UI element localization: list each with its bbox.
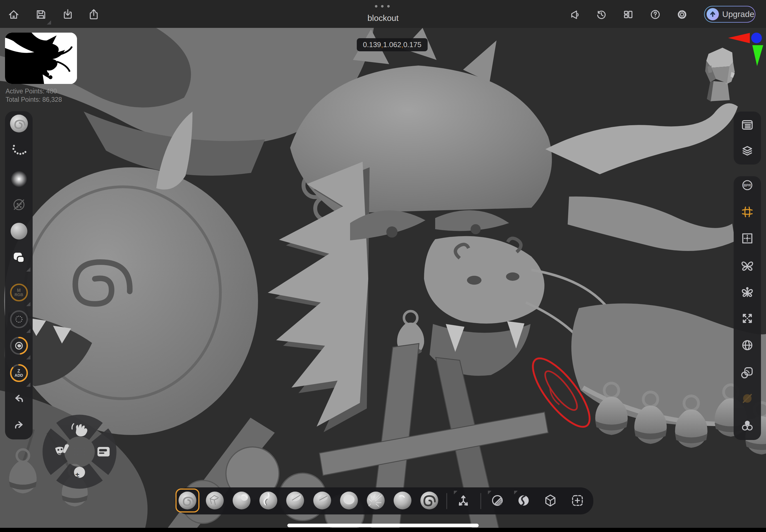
announcements-button[interactable] xyxy=(569,8,582,21)
axis-indicator xyxy=(728,33,763,66)
zoom-label: ± xyxy=(75,471,79,479)
copy-squares-icon xyxy=(11,250,27,266)
divider xyxy=(446,493,447,509)
history-button[interactable] xyxy=(595,8,608,21)
polyframe-button[interactable] xyxy=(734,205,761,219)
bpr-render-button[interactable]: BPR xyxy=(734,178,761,192)
alpha-button[interactable] xyxy=(5,171,33,187)
dotted-circle-icon xyxy=(15,315,23,323)
point-stats: Active Points: 480 Total Points: 86,328 xyxy=(6,87,62,104)
coord-x: 0.139 xyxy=(363,40,381,49)
redo-button[interactable] xyxy=(5,418,33,432)
brush-rough-clay[interactable] xyxy=(206,492,224,509)
brush-move-swirl[interactable] xyxy=(259,492,277,509)
gizmo-cube-icon xyxy=(543,493,558,508)
undo-icon xyxy=(12,391,26,406)
bpr-icon: BPR xyxy=(740,178,755,192)
orientation-gizmo[interactable] xyxy=(697,29,766,110)
right-panel-top xyxy=(734,112,761,165)
share-button[interactable] xyxy=(87,8,100,21)
home-indicator[interactable] xyxy=(287,524,479,527)
layout-button[interactable] xyxy=(622,8,635,21)
draw-size-dial[interactable] xyxy=(5,310,33,328)
redo-icon xyxy=(12,418,26,432)
texture-button[interactable] xyxy=(5,197,33,212)
coord-y: 1.062 xyxy=(383,40,401,49)
mask-circle-icon xyxy=(490,493,505,508)
alpha-dot-icon xyxy=(11,171,27,187)
draw-intensity-dial[interactable] xyxy=(5,337,33,355)
axis-x-red[interactable] xyxy=(728,33,750,43)
clay-swirl-icon xyxy=(10,115,28,132)
axis-y-green[interactable] xyxy=(752,45,763,66)
save-more-indicator xyxy=(47,20,51,25)
divider xyxy=(480,493,481,509)
butterfly-icon xyxy=(740,258,755,272)
transpose-arrows-icon xyxy=(456,493,471,508)
frame-view-button[interactable] xyxy=(734,311,761,326)
brush-crease-cone[interactable] xyxy=(313,492,331,509)
scene-panel-button[interactable] xyxy=(734,118,761,132)
coord-z: 0.175 xyxy=(404,40,422,49)
top-toolbar: blockout xyxy=(0,0,766,28)
undo-button[interactable] xyxy=(5,391,33,406)
layers-button[interactable] xyxy=(734,144,761,159)
history-icon xyxy=(595,8,608,21)
total-points: Total Points: 86,328 xyxy=(6,95,62,104)
wheel-center-dots[interactable] xyxy=(74,448,85,456)
transpose-tool[interactable] xyxy=(456,493,471,508)
brush-trim-cone[interactable] xyxy=(286,492,304,509)
polygroups-icon xyxy=(740,418,755,433)
brush-flatten[interactable] xyxy=(340,492,358,509)
colorize-off-icon xyxy=(740,391,755,406)
colorize-off-button[interactable] xyxy=(734,391,761,406)
settings-button[interactable] xyxy=(676,8,688,21)
upgrade-button[interactable]: Upgrade xyxy=(704,6,755,23)
zadd-mode-button[interactable]: Z ADD xyxy=(5,364,33,382)
selection-add-tool[interactable] xyxy=(570,493,585,508)
globe-icon xyxy=(740,338,755,352)
navigation-wheel[interactable] xyxy=(40,412,119,491)
clipboard-button[interactable] xyxy=(5,250,33,266)
brush-preview-button[interactable] xyxy=(5,115,33,132)
clip-transform-button[interactable] xyxy=(734,365,761,379)
save-button[interactable] xyxy=(35,8,47,21)
mrgb-mode-button[interactable]: M RGB xyxy=(5,284,33,301)
axis-z-blue[interactable] xyxy=(751,33,762,43)
floor-grid-icon xyxy=(740,231,755,246)
brush-inflate[interactable] xyxy=(233,492,250,509)
floor-grid-button[interactable] xyxy=(734,231,761,246)
home-button[interactable] xyxy=(7,8,20,21)
sliders-panel-icon xyxy=(97,447,110,456)
gizmo-head xyxy=(705,48,735,102)
import-button[interactable] xyxy=(61,8,74,21)
silhouette-thumbnail[interactable] xyxy=(5,33,77,84)
document-title[interactable]: blockout xyxy=(349,13,417,23)
layout-icon xyxy=(622,8,635,21)
home-icon xyxy=(7,8,20,21)
save-icon xyxy=(35,8,47,21)
projection-globe-button[interactable] xyxy=(734,338,761,352)
polygroups-button[interactable] xyxy=(734,418,761,433)
brush-clay-buildup[interactable] xyxy=(178,492,196,509)
brush-spiral-shell[interactable] xyxy=(421,492,438,509)
material-button[interactable] xyxy=(5,223,33,240)
frame-expand-icon xyxy=(740,311,755,326)
symmetry-pin-button[interactable] xyxy=(734,284,761,299)
brush-fiber[interactable] xyxy=(367,492,385,509)
upgrade-label: Upgrade xyxy=(722,9,754,19)
window-handle-dots[interactable] xyxy=(375,5,390,8)
megaphone-icon xyxy=(569,8,582,21)
help-button[interactable] xyxy=(649,8,662,21)
gizmo-cube-tool[interactable] xyxy=(543,493,558,508)
clipboard-more-indicator xyxy=(26,267,30,272)
mask-tool[interactable] xyxy=(490,493,505,508)
material-sphere-icon xyxy=(11,223,27,240)
symmetry-button[interactable] xyxy=(734,258,761,272)
texture-off-icon xyxy=(11,197,26,212)
bottom-black-strip xyxy=(0,528,766,532)
stroke-type-button[interactable] xyxy=(5,144,33,159)
brush-move[interactable] xyxy=(394,492,412,509)
right-panel-main: BPR XYZ D xyxy=(734,176,761,440)
smooth-blend-tool[interactable] xyxy=(516,493,531,508)
